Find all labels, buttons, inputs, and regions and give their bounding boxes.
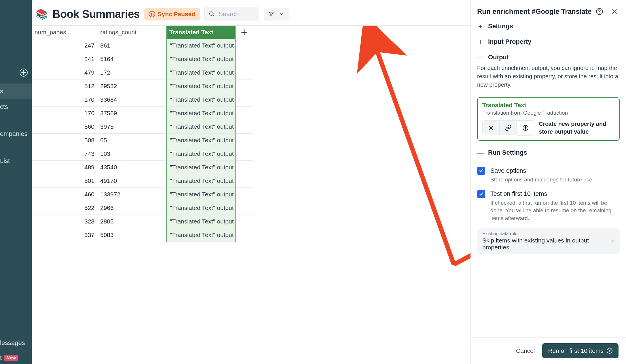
section-toggle-run-settings[interactable]: — Run Settings [477, 149, 620, 156]
cell-num-pages[interactable]: 560 [32, 120, 97, 134]
cell-empty [236, 120, 253, 134]
test-first-checkbox-row[interactable]: Test on first 10 items [471, 190, 626, 198]
cell-empty [236, 39, 253, 52]
cell-num-pages[interactable]: 247 [32, 39, 97, 52]
section-toggle-input[interactable]: ＋ Input Property [477, 38, 620, 46]
cancel-button[interactable]: Cancel [516, 347, 535, 354]
cell-num-pages[interactable]: 508 [32, 134, 97, 147]
cell-translated-text[interactable]: "Translated Text" output [166, 228, 236, 242]
cell-empty [236, 52, 253, 66]
cell-ratings-count[interactable]: 5164 [97, 52, 166, 66]
cell-num-pages[interactable]: 512 [32, 79, 97, 93]
cell-ratings-count[interactable]: 37569 [97, 107, 166, 120]
cell-empty [236, 215, 253, 228]
cell-ratings-count[interactable]: 133972 [97, 188, 166, 201]
cell-translated-text[interactable]: "Translated Text" output [166, 188, 236, 201]
cell-ratings-count[interactable]: 33684 [97, 93, 166, 107]
checkbox-checked-icon[interactable] [477, 190, 485, 198]
run-button[interactable]: Run on first 10 items [542, 343, 619, 358]
filter-icon [268, 11, 274, 17]
checkbox-checked-icon[interactable] [477, 167, 485, 175]
cell-translated-text[interactable]: "Translated Text" output [166, 120, 236, 134]
cell-translated-text[interactable]: "Translated Text" output [166, 134, 236, 147]
cell-num-pages[interactable]: 323 [32, 215, 97, 228]
sidebar-item-2[interactable]: ompanies [0, 126, 32, 142]
close-icon[interactable] [610, 7, 619, 16]
output-action-create[interactable] [517, 120, 534, 135]
cell-ratings-count[interactable]: 103 [97, 147, 166, 161]
section-label-output: Output [488, 54, 509, 61]
cell-empty [236, 107, 253, 120]
cell-translated-text[interactable]: "Translated Text" output [166, 79, 236, 93]
cell-num-pages[interactable]: 501 [32, 174, 97, 188]
cell-translated-text[interactable]: "Translated Text" output [166, 66, 236, 79]
cell-ratings-count[interactable]: 361 [97, 39, 166, 52]
help-icon[interactable] [595, 7, 604, 16]
cell-empty [236, 134, 253, 147]
cell-translated-text[interactable]: "Translated Text" output [166, 39, 236, 52]
rule-value: Skip items with existing values in outpu… [482, 237, 606, 251]
cell-translated-text[interactable]: "Translated Text" output [166, 161, 236, 174]
output-action-map[interactable] [500, 120, 517, 135]
new-badge: New [4, 355, 18, 361]
cell-ratings-count[interactable]: 2805 [97, 215, 166, 228]
section-label-settings: Settings [488, 22, 513, 30]
cell-num-pages[interactable]: 743 [32, 147, 97, 161]
filter-button[interactable] [264, 8, 289, 20]
sync-label: Sync Paused [158, 11, 195, 18]
cell-ratings-count[interactable]: 5083 [97, 228, 166, 242]
cell-num-pages[interactable]: 241 [32, 52, 97, 66]
section-label-run-settings: Run Settings [488, 149, 527, 156]
cell-translated-text[interactable]: "Translated Text" output [166, 93, 236, 107]
cell-num-pages[interactable]: 479 [32, 66, 97, 79]
sidebar-item-1[interactable]: cts [0, 99, 32, 115]
sync-paused-badge[interactable]: Sync Paused [144, 8, 200, 20]
cell-translated-text[interactable]: "Translated Text" output [166, 107, 236, 120]
output-description: For each enrichment output, you can igno… [477, 64, 620, 89]
cell-translated-text[interactable]: "Translated Text" output [166, 201, 236, 215]
cell-empty [236, 79, 253, 93]
search-input[interactable] [218, 10, 250, 18]
output-card-title: Translated Text [482, 102, 614, 109]
test-first-label: Test on first 10 items [490, 190, 547, 198]
cell-num-pages[interactable]: 522 [32, 201, 97, 215]
sidebar-new-label: t [0, 354, 2, 362]
cell-num-pages[interactable]: 170 [32, 93, 97, 107]
cell-num-pages[interactable]: 337 [32, 228, 97, 242]
cell-ratings-count[interactable]: 49170 [97, 174, 166, 188]
search-box[interactable] [204, 7, 259, 21]
section-toggle-output[interactable]: — Output [477, 54, 620, 61]
sidebar-item-3[interactable]: List [0, 153, 32, 169]
column-header-ratings-count[interactable]: ratings_count [97, 26, 166, 39]
cell-empty [236, 161, 253, 174]
cell-ratings-count[interactable]: 29532 [97, 79, 166, 93]
cell-translated-text[interactable]: "Translated Text" output [166, 52, 236, 66]
section-toggle-settings[interactable]: ＋ Settings [477, 22, 620, 30]
column-header-num-pages[interactable]: num_pages [32, 26, 97, 39]
cell-translated-text[interactable]: "Translated Text" output [166, 174, 236, 188]
cell-empty [236, 66, 253, 79]
cell-ratings-count[interactable]: 2966 [97, 201, 166, 215]
cell-ratings-count[interactable]: 65 [97, 134, 166, 147]
existing-data-rule-select[interactable]: Existing data rule Skip items with exist… [477, 228, 620, 254]
sidebar-item-messages[interactable]: lessages [0, 339, 32, 347]
sidebar-item-0[interactable]: s [0, 84, 32, 99]
column-header-translated-text[interactable]: Translated Text [166, 26, 236, 39]
sidebar-item-new[interactable]: t New [0, 354, 20, 362]
pause-icon [149, 11, 155, 17]
cell-translated-text[interactable]: "Translated Text" output [166, 147, 236, 161]
cell-num-pages[interactable]: 489 [32, 161, 97, 174]
panel-title: Run enrichment #Google Translate [477, 7, 591, 16]
minus-icon: — [477, 149, 483, 156]
add-circle-icon[interactable] [20, 69, 28, 77]
cell-ratings-count[interactable]: 172 [97, 66, 166, 79]
save-options-checkbox-row[interactable]: Save options [471, 167, 626, 175]
cell-num-pages[interactable]: 176 [32, 107, 97, 120]
chevron-down-icon [610, 239, 615, 244]
cell-num-pages[interactable]: 460 [32, 188, 97, 201]
cell-ratings-count[interactable]: 3975 [97, 120, 166, 134]
add-column-button[interactable] [236, 26, 253, 39]
cell-ratings-count[interactable]: 43540 [97, 161, 166, 174]
output-action-ignore[interactable] [482, 120, 500, 135]
cell-translated-text[interactable]: "Translated Text" output [166, 215, 236, 228]
